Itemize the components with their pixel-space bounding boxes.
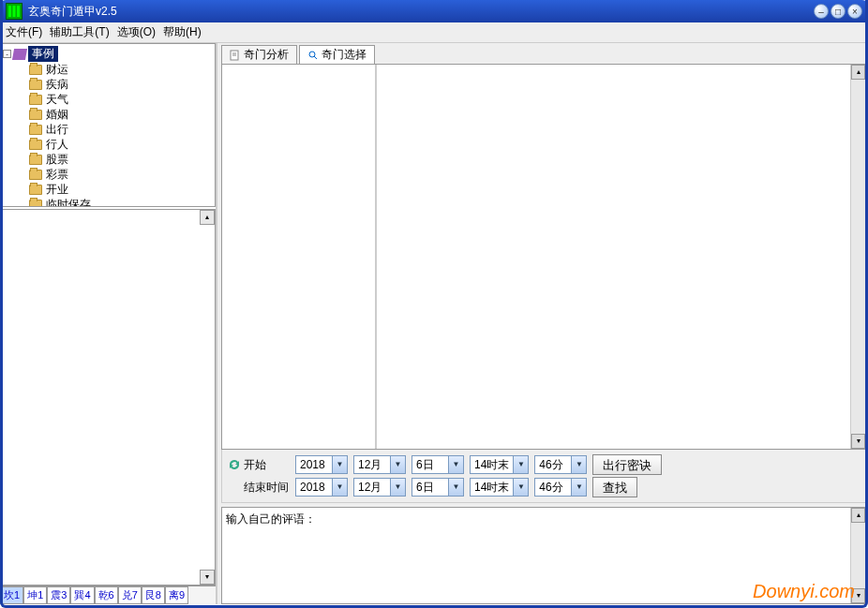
chevron-down-icon: ▼ [448,479,463,496]
tab-analysis[interactable]: 奇门分析 [221,45,297,64]
end-year-select[interactable]: 2018▼ [295,478,348,497]
end-month-select[interactable]: 12月▼ [353,478,406,497]
tree-item[interactable]: 财运 [29,62,213,77]
tree-item-label: 临时保存 [46,197,91,208]
tree-root-label[interactable]: 事例 [28,46,58,62]
start-month-select[interactable]: 12月▼ [353,455,406,474]
chevron-down-icon: ▼ [332,456,347,473]
folder-icon [29,185,42,195]
scroll-down-icon[interactable]: ▾ [200,570,215,585]
document-icon [230,50,241,61]
menu-file[interactable]: 文件(F) [6,24,42,40]
folder-icon [29,110,42,120]
maximize-button[interactable]: □ [831,4,846,19]
chevron-down-icon: ▼ [390,456,405,473]
palace-tab[interactable]: 兑7 [118,586,142,604]
tree-collapse-icon[interactable]: - [3,50,11,58]
chevron-down-icon: ▼ [571,479,586,496]
start-year-select[interactable]: 2018▼ [295,455,348,474]
date-controls: 开始 2018▼ 12月▼ 6日▼ 14时末▼ 46分▼ 出行密诀 结束时间 2… [221,450,866,503]
refresh-icon[interactable] [228,458,241,471]
tree-item-label: 出行 [46,122,68,138]
folder-icon [29,125,42,135]
search-icon [307,50,319,61]
tree-panel: - 事例 财运疾病天气婚姻出行行人股票彩票开业临时保存 [0,43,216,207]
titlebar: 玄奥奇门遁甲v2.5 – □ × [0,0,868,22]
comment-label: 输入自己的评语： [226,512,316,526]
tree-item[interactable]: 婚姻 [29,107,213,122]
palace-tab[interactable]: 艮8 [142,586,165,604]
search-button[interactable]: 查找 [592,477,637,497]
tree-item-label: 天气 [46,92,68,108]
chevron-down-icon: ▼ [513,456,528,473]
tree-item[interactable]: 行人 [29,137,213,152]
tree-item[interactable]: 出行 [29,122,213,137]
tree-item-label: 股票 [46,152,68,168]
chevron-down-icon: ▼ [513,479,528,496]
end-hour-select[interactable]: 14时末▼ [470,478,529,497]
folder-icon [29,65,42,75]
start-hour-select[interactable]: 14时末▼ [470,455,529,474]
svg-rect-0 [8,6,11,17]
chevron-down-icon: ▼ [571,456,586,473]
folder-icon [29,140,42,150]
folder-icon [29,170,42,180]
detail-panel: ▴ ▾ [0,209,216,586]
content-scrollbar[interactable]: ▴ ▾ [850,65,865,449]
minimize-button[interactable]: – [814,4,829,19]
tree-item[interactable]: 天气 [29,92,213,107]
palace-tab[interactable]: 坤1 [23,586,47,604]
tree-item-label: 彩票 [46,167,68,183]
app-icon [6,3,22,20]
svg-line-7 [314,56,317,59]
palace-tab[interactable]: 坎1 [0,586,23,604]
tab-select[interactable]: 奇门选择 [299,45,375,64]
content-split: ▴ ▾ [221,64,866,450]
tree-item-label: 财运 [46,62,68,78]
scroll-up-icon[interactable]: ▴ [851,65,865,80]
start-minute-select[interactable]: 46分▼ [534,455,587,474]
tree-item-label: 行人 [46,137,68,153]
folder-icon [29,155,42,165]
tree-item-label: 婚姻 [46,107,68,123]
palace-tab[interactable]: 离9 [165,586,188,604]
tree-item-label: 开业 [46,182,68,198]
book-icon [12,49,27,60]
end-label: 结束时间 [244,480,289,496]
palace-tab[interactable]: 乾6 [95,586,118,604]
start-day-select[interactable]: 6日▼ [412,455,464,474]
content-right-pane [377,65,850,449]
chevron-down-icon: ▼ [390,479,405,496]
tree-item[interactable]: 疾病 [29,77,213,92]
tree-item[interactable]: 临时保存 [29,197,213,207]
tree-item-label: 疾病 [46,77,68,93]
start-label: 开始 [244,457,266,473]
close-button[interactable]: × [847,4,862,19]
scroll-down-icon[interactable]: ▾ [851,434,865,449]
palace-tab[interactable]: 震3 [47,586,70,604]
scroll-up-icon[interactable]: ▴ [851,508,865,523]
end-minute-select[interactable]: 46分▼ [534,478,587,497]
tab-select-label: 奇门选择 [322,47,367,63]
bottom-tab-strip: 坎1坤1震3巽4乾6兑7艮8离9 [0,586,216,604]
tab-analysis-label: 奇门分析 [244,47,289,63]
menu-tools[interactable]: 辅助工具(T) [50,24,109,40]
end-day-select[interactable]: 6日▼ [412,478,464,497]
folder-icon [29,80,42,90]
tab-row: 奇门分析 奇门选择 [221,45,866,64]
chevron-down-icon: ▼ [332,479,347,496]
menubar: 文件(F) 辅助工具(T) 选项(O) 帮助(H) [0,22,868,43]
scroll-up-icon[interactable]: ▴ [200,210,215,225]
content-left-pane [222,65,377,449]
menu-help[interactable]: 帮助(H) [163,24,202,40]
tree-item[interactable]: 股票 [29,152,213,167]
chevron-down-icon: ▼ [448,456,463,473]
palace-tab[interactable]: 巽4 [70,586,94,604]
window-title: 玄奥奇门遁甲v2.5 [28,4,814,20]
folder-icon [29,200,42,208]
tree-item[interactable]: 开业 [29,182,213,197]
folder-icon [29,95,42,105]
travel-secret-button[interactable]: 出行密诀 [592,454,662,475]
tree-item[interactable]: 彩票 [29,167,213,182]
menu-options[interactable]: 选项(O) [117,24,156,40]
